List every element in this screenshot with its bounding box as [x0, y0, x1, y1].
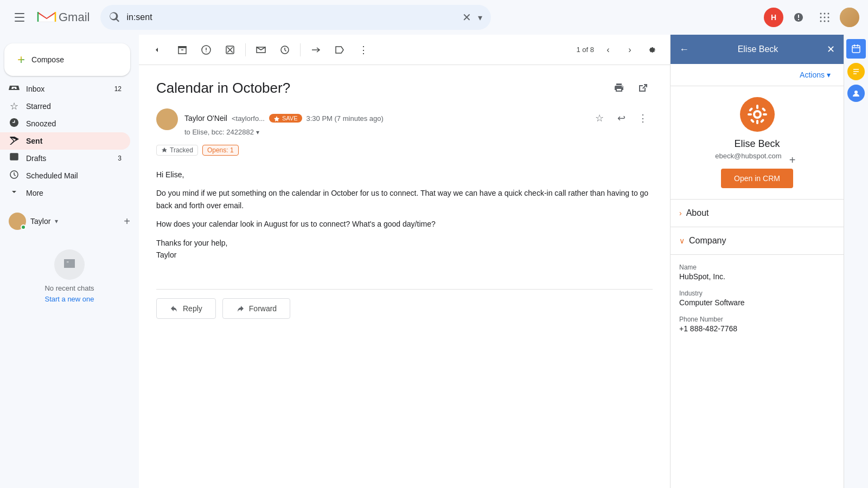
svg-point-7: [824, 17, 826, 18]
svg-point-6: [820, 17, 822, 18]
about-chevron-icon: ›: [679, 209, 682, 217]
email-toolbar: ⋮ 1 of 8 ‹ ›: [139, 35, 670, 65]
svg-point-5: [828, 13, 829, 15]
hamburger-button[interactable]: [9, 7, 30, 28]
company-name-value: HubSpot, Inc.: [679, 272, 835, 281]
svg-rect-0: [15, 13, 24, 14]
reply-label: Reply: [183, 304, 202, 313]
back-button[interactable]: [148, 39, 169, 61]
tracked-badge: Tracked: [156, 145, 198, 156]
reply-quick-button[interactable]: ↩: [611, 108, 631, 128]
reply-button[interactable]: Reply: [156, 298, 216, 319]
next-email-button[interactable]: ›: [620, 40, 640, 60]
tasks-button[interactable]: [847, 63, 865, 80]
svg-rect-21: [756, 105, 758, 109]
calendar-button[interactable]: 31: [846, 39, 866, 59]
sidebar-item-sent[interactable]: Sent: [0, 132, 130, 150]
notification-avatar: H: [764, 8, 783, 27]
sidebar-item-inbox[interactable]: Inbox 12: [0, 80, 130, 98]
search-icon[interactable]: [109, 12, 120, 23]
archive-button[interactable]: [171, 39, 193, 61]
save-label: SAVE: [282, 115, 298, 121]
move-button[interactable]: [305, 39, 327, 61]
prev-email-button[interactable]: ‹: [598, 40, 618, 60]
contact-header-close-button[interactable]: ✕: [827, 43, 835, 55]
sidebar-item-more[interactable]: More: [0, 184, 130, 202]
content-area: ⋮ 1 of 8 ‹ › Calendar in October?: [139, 35, 670, 488]
search-input[interactable]: [126, 12, 456, 22]
about-section-header[interactable]: › About: [671, 200, 844, 227]
email-to-dropdown-icon[interactable]: ▾: [256, 129, 259, 136]
apps-button[interactable]: [814, 7, 835, 28]
snoozed-label: Snoozed: [26, 119, 122, 128]
sidebar-user-avatar: [9, 213, 26, 230]
online-indicator: [21, 224, 26, 230]
open-in-new-button[interactable]: [633, 78, 653, 98]
user-dropdown-icon[interactable]: ▾: [55, 217, 58, 225]
svg-rect-27: [750, 119, 754, 123]
delete-button[interactable]: [219, 39, 241, 61]
sidebar-item-drafts[interactable]: Drafts 3: [0, 150, 130, 167]
chat-bubble-icon: ": [54, 249, 85, 280]
reply-buttons-area: Reply Forward: [156, 289, 653, 328]
industry-field: Industry Computer Software: [679, 290, 835, 307]
sent-label: Sent: [26, 137, 122, 145]
add-user-icon[interactable]: +: [124, 215, 130, 228]
email-header: Taylor O'Neil <taylorfo... SAVE 3:30 PM …: [156, 108, 653, 136]
search-bar: ✕ ▾: [100, 5, 491, 30]
forward-button[interactable]: Forward: [222, 298, 290, 319]
hubspot-topbar-icon[interactable]: H: [764, 8, 783, 27]
starred-label: Starred: [26, 102, 122, 111]
more-options-button[interactable]: ⋮: [353, 39, 374, 61]
user-avatar[interactable]: [840, 8, 859, 27]
contacts-button[interactable]: [847, 85, 865, 102]
open-crm-button[interactable]: Open in CRM: [721, 169, 793, 188]
sidebar-user[interactable]: Taylor ▾ +: [0, 206, 139, 236]
company-name-field: Name HubSpot, Inc.: [679, 264, 835, 281]
print-button[interactable]: [609, 78, 629, 98]
contact-display-name: Elise Beck: [679, 138, 835, 150]
add-to-contacts-button[interactable]: +: [786, 154, 799, 167]
industry-label: Industry: [679, 290, 835, 297]
starred-icon: ☆: [9, 100, 20, 112]
more-email-options-button[interactable]: ⋮: [633, 108, 653, 128]
pagination-text: 1 of 8: [576, 46, 594, 54]
inbox-icon: [9, 82, 20, 96]
settings-button[interactable]: [642, 40, 661, 60]
compose-button[interactable]: + Compose: [4, 43, 130, 76]
actions-button[interactable]: Actions ▾: [795, 68, 835, 81]
contact-header-back-button[interactable]: ←: [679, 44, 689, 55]
email-time: 3:30 PM (7 minutes ago): [307, 114, 384, 123]
star-button[interactable]: ☆: [590, 108, 609, 128]
email-subject: Calendar in October?: [156, 78, 653, 98]
help-button[interactable]: [788, 7, 809, 28]
search-clear-icon[interactable]: ✕: [462, 11, 471, 24]
email-from-row: Taylor O'Neil <taylorfo... SAVE 3:30 PM …: [184, 108, 653, 128]
snooze-button[interactable]: [274, 39, 296, 61]
tracking-badges: Tracked Opens: 1: [156, 145, 653, 156]
no-chats-text: No recent chats: [9, 284, 130, 292]
sidebar-item-snoozed[interactable]: Snoozed: [0, 115, 130, 132]
search-dropdown-icon[interactable]: ▾: [478, 12, 482, 23]
sidebar-item-scheduled[interactable]: Scheduled Mail: [0, 167, 130, 184]
svg-point-33: [854, 91, 858, 94]
tracked-label: Tracked: [170, 146, 193, 154]
contact-actions-row: Actions ▾: [671, 64, 844, 86]
company-section-header[interactable]: ∨ Company: [671, 227, 844, 255]
start-new-chat-link[interactable]: Start a new one: [44, 295, 94, 303]
svg-point-11: [828, 21, 829, 22]
email-to-text: to Elise, bcc: 2422882: [184, 128, 254, 136]
body-paragraph-1: Do you mind if we put something on the c…: [156, 187, 653, 211]
mark-unread-button[interactable]: [250, 39, 272, 61]
svg-rect-25: [748, 107, 752, 112]
industry-value: Computer Software: [679, 298, 835, 307]
svg-point-3: [820, 13, 822, 15]
label-button[interactable]: [329, 39, 350, 61]
body-paragraph-2: How does your calendar look in August fo…: [156, 218, 653, 230]
sidebar-item-starred[interactable]: ☆ Starred: [0, 98, 130, 115]
svg-text:": ": [67, 261, 69, 267]
svg-rect-24: [763, 113, 767, 115]
report-spam-button[interactable]: [195, 39, 217, 61]
save-badge[interactable]: SAVE: [269, 114, 302, 123]
hubspot-avatar: [740, 97, 775, 132]
